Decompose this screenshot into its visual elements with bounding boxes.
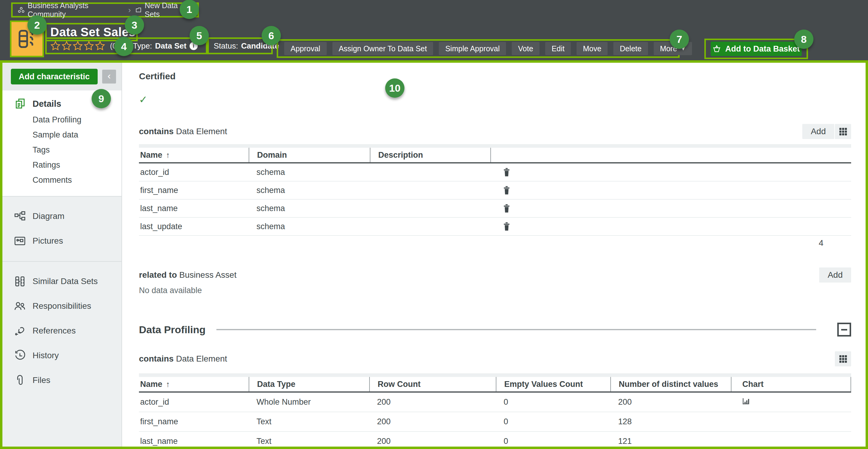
collibra-asset-page: Business Analysts Community › New Data S…	[0, 0, 868, 449]
main-content: Certified ✓ contains Data Element Add Na…	[122, 63, 866, 447]
column-header-data-type[interactable]: Data Type	[249, 377, 369, 391]
add-business-asset-button[interactable]: Add	[819, 267, 851, 282]
assign-owner-button[interactable]: Assign Owner To Data Set	[333, 42, 433, 55]
sidebar-group-related: Similar Data Sets Responsibilities Refer…	[2, 262, 121, 400]
annotation-box-basket: Add to Data Basket	[704, 39, 808, 59]
delete-row-button[interactable]	[502, 222, 511, 231]
sidebar-item-label: History	[33, 351, 59, 360]
grid-icon	[839, 128, 847, 136]
type-value: Data Set	[155, 41, 187, 51]
delete-button[interactable]: Delete	[613, 42, 648, 55]
cell-name: last_update	[139, 222, 249, 231]
bar-chart-icon[interactable]	[742, 397, 750, 405]
annotation-badge-6: 6	[261, 26, 281, 45]
sidebar-item-references[interactable]: References	[2, 319, 121, 343]
column-header-row-count[interactable]: Row Count	[369, 377, 496, 391]
star-icon[interactable]	[50, 41, 61, 51]
sidebar-group-visuals: Diagram Pictures	[2, 197, 121, 261]
profiling-table-header: Name↑ Data Type Row Count Empty Values C…	[139, 377, 851, 393]
table-view-grid-icon[interactable]	[835, 351, 851, 366]
sidebar-item-pictures[interactable]: Pictures	[2, 229, 121, 253]
sidebar-item-data-profiling[interactable]: Data Profiling	[2, 112, 121, 127]
cell-data-type: Whole Number	[249, 397, 369, 407]
star-icon[interactable]	[95, 41, 105, 51]
sidebar-item-label: References	[33, 326, 76, 336]
table-row[interactable]: last_name Text 200 0 121	[139, 432, 851, 449]
column-header-chart[interactable]: Chart	[731, 377, 851, 391]
star-icon[interactable]	[61, 41, 72, 51]
column-header-distinct-values[interactable]: Number of distinct values	[610, 377, 731, 391]
table-row[interactable]: first_name Text 200 0 128	[139, 412, 851, 432]
annotation-badge-5: 5	[190, 26, 209, 45]
responsibilities-icon	[14, 300, 27, 312]
certified-check-icon: ✓	[139, 93, 851, 104]
domain-icon	[135, 6, 142, 13]
star-icon[interactable]	[84, 41, 94, 51]
breadcrumb: Business Analysts Community › New Data S…	[11, 2, 199, 18]
delete-row-button[interactable]	[502, 168, 511, 177]
sidebar-item-similar-data-sets[interactable]: Similar Data Sets	[2, 269, 121, 294]
annotation-badge-8: 8	[794, 30, 813, 49]
contains-section-header: contains Data Element Add	[139, 123, 851, 140]
details-docs-icon	[14, 98, 26, 110]
sidebar-item-responsibilities[interactable]: Responsibilities	[2, 294, 121, 319]
add-data-element-button[interactable]: Add	[802, 124, 834, 139]
cell-row-count: 200	[369, 437, 496, 446]
sidebar-item-label: Details	[33, 99, 61, 109]
cell-name: actor_id	[139, 168, 249, 177]
trash-icon	[502, 222, 511, 231]
cell-row-count: 200	[369, 397, 496, 407]
sidebar-item-label: Diagram	[33, 211, 64, 221]
table-row[interactable]: last_name schema	[139, 200, 851, 218]
sidebar-item-diagram[interactable]: Diagram	[2, 204, 121, 229]
add-to-data-basket-button[interactable]: Add to Data Basket	[711, 41, 802, 56]
sort-asc-icon: ↑	[166, 380, 170, 389]
cell-row-count: 200	[369, 417, 496, 426]
edit-button[interactable]: Edit	[545, 42, 571, 55]
column-header-domain[interactable]: Domain	[249, 148, 370, 162]
column-header-name[interactable]: Name↑	[139, 377, 249, 391]
sidebar-item-files[interactable]: Files	[2, 368, 121, 393]
star-icon[interactable]	[73, 41, 83, 51]
sidebar-item-history[interactable]: History	[2, 343, 121, 368]
sidebar-item-label: Responsibilities	[33, 301, 91, 311]
rating-stars[interactable]	[50, 41, 105, 51]
sidebar-collapse-button[interactable]: ‹	[102, 70, 116, 84]
references-link-icon	[14, 325, 27, 337]
community-icon	[18, 6, 25, 14]
sort-asc-icon: ↑	[166, 150, 170, 160]
column-header-description[interactable]: Description	[370, 148, 490, 162]
cell-distinct-values: 200	[610, 397, 731, 407]
column-header-empty-values[interactable]: Empty Values Count	[496, 377, 610, 391]
breadcrumb-separator-icon: ›	[128, 5, 131, 15]
sidebar-item-comments[interactable]: Comments	[2, 173, 121, 187]
table-row[interactable]: actor_id schema	[139, 163, 851, 182]
cell-name: last_name	[139, 437, 249, 446]
sidebar-item-tags[interactable]: Tags	[2, 142, 121, 157]
delete-row-button[interactable]	[502, 186, 511, 195]
content-frame: Add characteristic ‹ Details Data Profil…	[0, 60, 868, 449]
type-label: Type:	[133, 41, 152, 51]
move-button[interactable]: Move	[577, 42, 608, 55]
column-header-name[interactable]: Name↑	[139, 148, 249, 162]
table-view-grid-icon[interactable]	[835, 124, 851, 139]
table-row[interactable]: last_update schema	[139, 218, 851, 236]
sidebar-item-ratings[interactable]: Ratings	[2, 157, 121, 173]
profiling-contains-header: contains Data Element	[139, 350, 851, 367]
sidebar-item-sample-data[interactable]: Sample data	[2, 127, 121, 142]
related-title: related to Business Asset	[139, 270, 237, 280]
annotation-badge-10: 10	[385, 79, 404, 98]
delete-row-button[interactable]	[502, 204, 511, 213]
cell-domain: schema	[249, 186, 370, 195]
simple-approval-button[interactable]: Simple Approval	[439, 42, 506, 55]
add-characteristic-button[interactable]: Add characteristic	[11, 69, 98, 84]
table-row[interactable]: first_name schema	[139, 182, 851, 200]
approval-button[interactable]: Approval	[284, 42, 327, 55]
vote-button[interactable]: Vote	[512, 42, 539, 55]
table-row[interactable]: actor_id Whole Number 200 0 200	[139, 393, 851, 412]
annotation-badge-4: 4	[114, 37, 133, 56]
cell-name: first_name	[139, 417, 249, 426]
contains-title: contains Data Element	[139, 127, 227, 136]
collapse-section-icon[interactable]	[837, 323, 851, 336]
status-label: Status:	[214, 41, 238, 51]
